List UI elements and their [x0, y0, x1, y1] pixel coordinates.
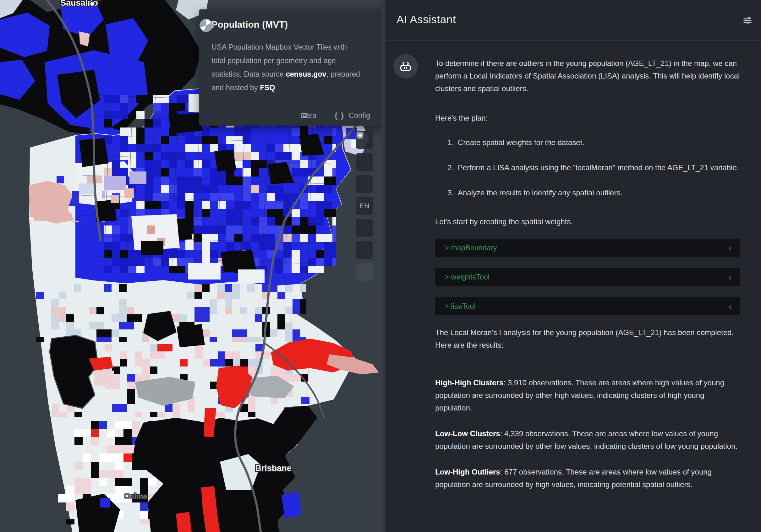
dataset-type-icon — [199, 18, 213, 33]
ai-sparkle-icon — [356, 131, 365, 141]
app-window: Sausalito Brisbane Colma Population (MVT… — [0, 0, 761, 532]
magic-wand-button[interactable] — [356, 241, 373, 259]
language-label: EN — [359, 202, 370, 210]
collapse-chevron-icon[interactable]: ‹ — [729, 243, 732, 252]
popup-description: USA Population Mapbox Vector Tiles with … — [211, 40, 362, 94]
panel-header: AI Assistant — [385, 0, 761, 41]
map-canvas[interactable]: Sausalito Brisbane Colma Population (MVT… — [0, 0, 385, 532]
map-panel-divider — [382, 0, 385, 532]
map-toolbar: EN — [356, 131, 373, 281]
tool-call-label: > mapBoundary — [444, 241, 497, 254]
tool-call-weightstool[interactable]: > weightsTool ‹ — [435, 268, 740, 286]
ai-assistant-panel: AI Assistant To determine if there are o… — [385, 0, 761, 532]
plan-steps: Create spatial weights for the dataset. … — [435, 136, 740, 199]
panel-title: AI Assistant — [396, 13, 456, 26]
dataset-popup: Population (MVT) USA Population Mapbox V… — [199, 9, 383, 126]
assistant-message: To determine if there are outliers in th… — [435, 41, 740, 504]
plan-step: Perform a LISA analysis using the "local… — [456, 161, 740, 174]
tool-call-label: > weightsTool — [444, 271, 490, 283]
map-label-colma: Colma — [124, 492, 147, 500]
map-label-brisbane: Brisbane — [255, 463, 292, 473]
polygon-select-button[interactable] — [356, 175, 373, 193]
city-marker-dot — [90, 1, 95, 6]
collapse-chevron-icon[interactable]: ‹ — [729, 272, 732, 282]
intro-paragraph: To determine if there are outliers in th… — [435, 57, 740, 95]
result-high-high: High-High Clusters: 3,910 observations. … — [435, 377, 740, 414]
plan-step: Analyze the results to identify any spat… — [456, 186, 740, 199]
tool-call-label: > lisaTool — [444, 300, 476, 312]
robot-icon — [399, 59, 413, 73]
ai-assistant-button[interactable] — [356, 263, 373, 281]
tool-call-lisatool[interactable]: > lisaTool ‹ — [435, 297, 740, 315]
result-low-high: Low-High Outliers: 677 observations. The… — [435, 466, 740, 491]
config-braces-icon: { } — [335, 111, 344, 120]
table-button[interactable] — [356, 219, 373, 237]
config-button[interactable]: { } Config — [335, 111, 370, 120]
plan-heading: Here's the plan: — [435, 112, 740, 124]
results-intro: The Local Moran's I analysis for the you… — [435, 326, 740, 351]
language-button[interactable]: EN — [356, 197, 373, 215]
tool-call-mapboundary[interactable]: > mapBoundary ‹ — [435, 239, 740, 257]
start-text: Let's start by creating the spatial weig… — [435, 215, 740, 228]
layers-3d-button[interactable] — [356, 153, 373, 171]
plan-step: Create spatial weights for the dataset. — [456, 136, 740, 149]
data-button[interactable]: Data — [301, 112, 317, 120]
popup-title: Population (MVT) — [211, 20, 371, 30]
result-low-low: Low-Low Clusters: 4,339 observations. Th… — [435, 427, 740, 452]
assistant-avatar — [393, 54, 418, 79]
collapse-chevron-icon[interactable]: ‹ — [729, 301, 732, 311]
data-archive-icon — [301, 111, 309, 119]
settings-sliders-icon[interactable] — [742, 15, 753, 26]
